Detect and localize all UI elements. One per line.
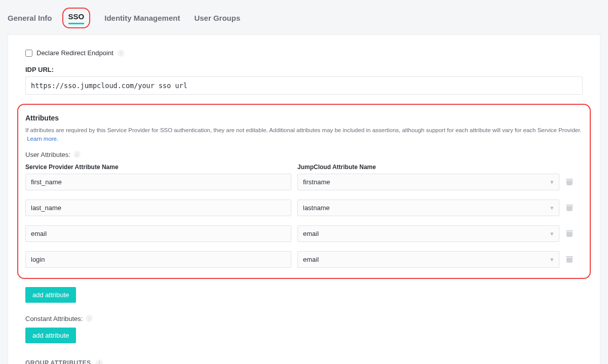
jc-attribute-select[interactable]: lastname ▾ xyxy=(297,199,559,216)
sp-attribute-input[interactable] xyxy=(25,225,291,242)
tabs: General Info SSO Identity Management Use… xyxy=(8,8,600,34)
jc-attribute-select[interactable]: firstname ▾ xyxy=(297,174,559,190)
idp-url-input[interactable] xyxy=(25,76,583,95)
trash-icon[interactable] xyxy=(565,230,574,237)
attribute-row: email ▾ xyxy=(25,251,583,268)
declare-redirect-checkbox[interactable] xyxy=(25,50,32,57)
attributes-highlight: Attributes If attributes are required by… xyxy=(17,104,591,279)
jc-attribute-select[interactable]: email ▾ xyxy=(297,225,559,242)
sso-panel: Declare Redirect Endpoint i IDP URL: Att… xyxy=(8,34,600,364)
info-icon: i xyxy=(96,359,103,365)
jc-attribute-value: email xyxy=(303,256,319,263)
attributes-help-text: If attributes are required by this Servi… xyxy=(25,126,583,144)
attribute-row: lastname ▾ xyxy=(25,199,583,216)
attribute-row: email ▾ xyxy=(25,225,583,242)
jc-attribute-header: JumpCloud Attribute Name xyxy=(297,164,559,171)
attribute-row: firstname ▾ xyxy=(25,174,583,190)
tab-sso[interactable]: SSO xyxy=(68,10,85,24)
attributes-title: Attributes xyxy=(25,114,583,122)
info-icon: i xyxy=(86,315,93,322)
sp-attribute-header: Service Provider Attribute Name xyxy=(25,164,291,171)
trash-icon[interactable] xyxy=(565,205,574,211)
declare-redirect-label: Declare Redirect Endpoint xyxy=(36,49,113,57)
jc-attribute-value: email xyxy=(303,230,319,237)
user-attributes-subhead: User Attributes: i xyxy=(25,151,583,158)
chevron-down-icon: ▾ xyxy=(550,178,554,186)
chevron-down-icon: ▾ xyxy=(550,204,554,212)
info-icon: i xyxy=(118,50,125,57)
tab-identity-management[interactable]: Identity Management xyxy=(104,12,180,24)
group-attributes-label: GROUP ATTRIBUTES xyxy=(25,359,91,365)
constant-attributes-subhead: Constant Attributes: i xyxy=(25,315,583,322)
add-constant-attribute-button[interactable]: add attribute xyxy=(25,328,76,343)
sp-attribute-input[interactable] xyxy=(25,251,291,268)
highlight-sso-tab: SSO xyxy=(62,8,91,28)
attributes-help-body: If attributes are required by this Servi… xyxy=(25,127,582,133)
idp-url-label: IDP URL: xyxy=(25,66,583,73)
learn-more-link[interactable]: Learn more. xyxy=(27,136,58,142)
attribute-column-headers: Service Provider Attribute Name JumpClou… xyxy=(25,164,583,171)
add-user-attribute-button[interactable]: add attribute xyxy=(25,287,76,303)
trash-icon[interactable] xyxy=(565,179,574,185)
info-icon: i xyxy=(73,151,81,158)
trash-icon[interactable] xyxy=(565,256,574,263)
sp-attribute-input[interactable] xyxy=(25,199,291,216)
sp-attribute-input[interactable] xyxy=(25,174,291,190)
jc-attribute-select[interactable]: email ▾ xyxy=(297,251,559,268)
tab-general-info[interactable]: General Info xyxy=(8,12,52,24)
jc-attribute-value: lastname xyxy=(303,204,330,212)
constant-attributes-label: Constant Attributes: xyxy=(25,315,83,322)
group-attributes-title: GROUP ATTRIBUTES i xyxy=(25,359,583,365)
declare-redirect-row: Declare Redirect Endpoint i xyxy=(25,49,583,57)
user-attributes-label: User Attributes: xyxy=(25,151,70,158)
jc-attribute-value: firstname xyxy=(303,178,330,186)
tab-user-groups[interactable]: User Groups xyxy=(194,12,240,24)
chevron-down-icon: ▾ xyxy=(550,256,554,263)
chevron-down-icon: ▾ xyxy=(550,230,554,237)
